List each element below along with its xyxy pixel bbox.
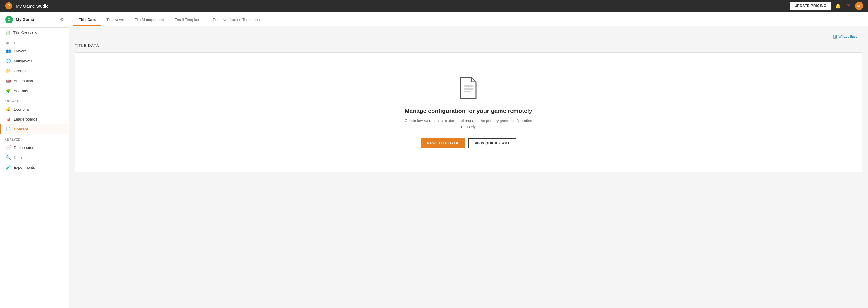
sidebar-game-header: G My Game ⚙: [0, 12, 68, 28]
info-icon: ℹ️: [833, 35, 837, 39]
sidebar-item-experiments[interactable]: 🧪 Experiments: [0, 162, 68, 172]
economy-label: Economy: [14, 107, 30, 111]
multiplayer-icon: 🌐: [6, 59, 11, 63]
update-pricing-button[interactable]: UPDATE PRICING: [790, 2, 831, 10]
addons-label: Add-ons: [14, 89, 28, 93]
tab-bar: Title Data Title News File Management Em…: [69, 12, 868, 26]
help-icon[interactable]: ❓: [845, 3, 851, 9]
topbar: P My Game Studio UPDATE PRICING 🔔 ❓ SH: [0, 0, 868, 12]
sidebar-game-info: G My Game: [5, 15, 34, 24]
automation-label: Automation: [14, 79, 33, 83]
sidebar-item-dashboards[interactable]: 📈 Dashboards: [0, 142, 68, 152]
avatar[interactable]: SH: [855, 2, 863, 10]
sidebar: G My Game ⚙ 📊 Title Overview BUILD 👥 Pla…: [0, 12, 69, 308]
empty-state-card: Manage configuration for your game remot…: [75, 53, 862, 172]
empty-state-icon: [458, 76, 479, 101]
sidebar-item-add-ons[interactable]: 🧩 Add-ons: [0, 86, 68, 96]
view-quickstart-button[interactable]: VIEW QUICKSTART: [468, 138, 516, 148]
groups-label: Groups: [14, 69, 26, 73]
sidebar-item-title-overview[interactable]: 📊 Title Overview: [0, 28, 68, 37]
chart-icon: 📊: [6, 30, 10, 35]
section-label-engage: ENGAGE: [0, 96, 68, 104]
game-icon: G: [5, 15, 13, 24]
section-label-analyze: ANALYZE: [0, 134, 68, 142]
topbar-left: P My Game Studio: [5, 2, 49, 10]
addons-icon: 🧩: [6, 88, 11, 93]
section-label-build: BUILD: [0, 37, 68, 46]
svg-text:P: P: [8, 4, 10, 8]
multiplayer-label: Multiplayer: [14, 59, 32, 63]
sidebar-item-leaderboards[interactable]: 📊 Leaderboards: [0, 114, 68, 124]
sidebar-item-multiplayer[interactable]: 🌐 Multiplayer: [0, 56, 68, 66]
section-heading: TITLE DATA: [75, 43, 862, 48]
economy-icon: 💰: [6, 107, 11, 111]
svg-text:G: G: [8, 18, 10, 22]
sidebar-item-automation[interactable]: 🤖 Automation: [0, 76, 68, 86]
whats-this-bar: ℹ️ What's this?: [75, 32, 862, 41]
whats-this-label: What's this?: [838, 35, 858, 39]
experiments-label: Experiments: [14, 165, 35, 170]
dashboards-icon: 📈: [6, 145, 11, 150]
content-label: Content: [14, 127, 28, 131]
data-label: Data: [14, 155, 22, 160]
sidebar-item-data[interactable]: 🔍 Data: [0, 152, 68, 162]
tab-file-management[interactable]: File Management: [129, 14, 169, 26]
experiments-icon: 🧪: [6, 165, 11, 170]
empty-state-title: Manage configuration for your game remot…: [405, 108, 532, 114]
tab-email-templates[interactable]: Email Templates: [169, 14, 208, 26]
players-icon: 👥: [6, 48, 11, 53]
gear-icon[interactable]: ⚙: [60, 17, 64, 23]
playfab-logo: P: [5, 2, 13, 10]
new-title-data-button[interactable]: NEW TITLE DATA: [421, 138, 465, 148]
leaderboards-label: Leaderboards: [14, 117, 37, 122]
content-area: Title Data Title News File Management Em…: [69, 12, 868, 308]
sidebar-item-content[interactable]: 📄 Content: [0, 124, 68, 134]
title-overview-label: Title Overview: [13, 30, 37, 35]
notification-icon[interactable]: 🔔: [835, 3, 841, 9]
leaderboards-icon: 📊: [6, 117, 11, 122]
groups-icon: 📁: [6, 68, 11, 73]
tab-title-data[interactable]: Title Data: [73, 14, 101, 26]
studio-name: My Game Studio: [16, 3, 49, 8]
btn-actions: NEW TITLE DATA VIEW QUICKSTART: [421, 138, 516, 148]
content-body: ℹ️ What's this? TITLE DATA: [69, 26, 868, 308]
content-icon: 📄: [6, 127, 11, 131]
empty-state-description: Create key-value pairs to store and mana…: [404, 118, 533, 130]
automation-icon: 🤖: [6, 78, 11, 83]
data-icon: 🔍: [6, 155, 11, 160]
whats-this-link[interactable]: ℹ️ What's this?: [833, 35, 858, 39]
dashboards-label: Dashboards: [14, 145, 34, 150]
sidebar-item-players[interactable]: 👥 Players: [0, 46, 68, 56]
tab-push-notification-templates[interactable]: Push Notification Templates: [208, 14, 265, 26]
sidebar-item-groups[interactable]: 📁 Groups: [0, 66, 68, 76]
sidebar-item-economy[interactable]: 💰 Economy: [0, 104, 68, 114]
topbar-right: UPDATE PRICING 🔔 ❓ SH: [790, 2, 863, 10]
sidebar-game-title: My Game: [16, 17, 34, 22]
players-label: Players: [14, 49, 26, 53]
tab-title-news[interactable]: Title News: [101, 14, 129, 26]
main-layout: G My Game ⚙ 📊 Title Overview BUILD 👥 Pla…: [0, 12, 868, 308]
